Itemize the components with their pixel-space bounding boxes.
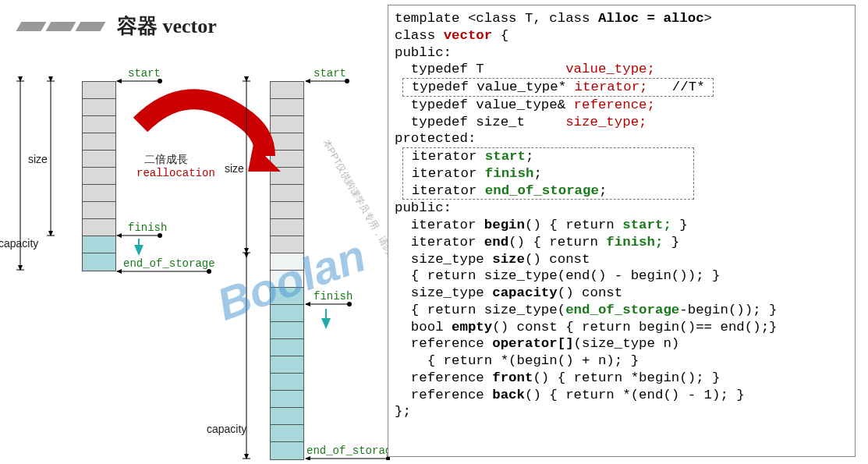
vec-cell xyxy=(271,116,303,133)
vec-cell xyxy=(271,356,303,374)
code-text: finish xyxy=(485,166,534,181)
vec-cell xyxy=(271,253,303,271)
code-text: iterator xyxy=(395,218,484,232)
vec-cell xyxy=(271,185,303,202)
vec-cell xyxy=(83,168,115,185)
vec-cell xyxy=(271,322,303,339)
code-text: ; xyxy=(526,149,533,164)
vec-cell xyxy=(83,133,115,151)
code-text: public: xyxy=(395,200,452,215)
code-text: capacity xyxy=(492,285,558,300)
code-text: (size_type n) xyxy=(574,336,680,351)
code-text: () { return xyxy=(525,218,622,232)
capacity-label: capacity xyxy=(0,237,38,250)
protected-members-box: iterator start; iterator finish; iterato… xyxy=(402,147,693,200)
code-text: { xyxy=(492,28,508,43)
vec-cell xyxy=(271,202,303,219)
code-text: start; xyxy=(622,218,671,232)
code-text: start xyxy=(485,149,526,164)
code-text: () const { return begin()== end();} xyxy=(492,320,777,335)
code-text: () const xyxy=(558,285,623,300)
vec-cell xyxy=(83,99,115,116)
vec-cell xyxy=(271,271,303,288)
code-text: () { return *begin(); } xyxy=(533,370,720,385)
code-text: end xyxy=(484,235,508,250)
code-text: iterator xyxy=(403,166,484,181)
code-text: -begin()); } xyxy=(679,303,777,317)
code-text: template <class T, class xyxy=(395,11,598,26)
vec-cell xyxy=(271,374,303,391)
vec-cell xyxy=(271,391,303,408)
code-text: size_type xyxy=(395,285,492,300)
code-text: }; xyxy=(395,404,411,419)
vec-cell xyxy=(271,425,303,442)
iterator-typedef-box: typedef value_type* iterator; //T* xyxy=(402,78,714,97)
end-of-storage-label: end_of_storage xyxy=(306,445,399,457)
deco-bar-icon xyxy=(76,22,106,31)
code-text: } xyxy=(671,218,688,232)
vec-cell xyxy=(83,219,115,236)
vec-cell xyxy=(83,116,115,133)
vec-cell xyxy=(271,408,303,425)
finish-label: finish xyxy=(128,221,167,234)
code-panel: template <class T, class Alloc = alloc> … xyxy=(388,5,856,457)
vec-cell xyxy=(271,288,303,305)
code-text: size_type; xyxy=(565,115,647,129)
code-text: { return size_type( xyxy=(395,303,565,317)
code-text: begin xyxy=(484,218,525,232)
code-text: end_of_storage xyxy=(565,303,679,317)
code-text: typedef value_type* xyxy=(403,80,574,94)
size-label: size xyxy=(225,162,244,175)
code-text: iterator xyxy=(403,149,484,164)
code-text: typedef size_t xyxy=(395,115,565,129)
code-text: size xyxy=(492,252,525,267)
vec-cell xyxy=(271,168,303,185)
capacity-label: capacity xyxy=(207,423,246,435)
vector-diagram: size capacity start finish end_of_storag… xyxy=(0,39,390,460)
vec-cell xyxy=(271,151,303,168)
vec-cell xyxy=(83,185,115,202)
code-text: reference xyxy=(395,370,492,385)
start-label: start xyxy=(314,67,346,80)
vec-cell xyxy=(271,219,303,236)
vec-cell xyxy=(83,82,115,99)
code-text: Alloc = alloc xyxy=(598,11,704,26)
vec-cell xyxy=(83,236,115,253)
code-text: iterator xyxy=(403,183,484,198)
vec-cell xyxy=(271,133,303,151)
code-text: class xyxy=(395,28,444,43)
code-text: front xyxy=(492,370,533,385)
code-text: () const xyxy=(525,252,590,267)
code-text: reference; xyxy=(574,97,655,112)
vec-cell xyxy=(83,151,115,168)
start-label: start xyxy=(128,67,161,80)
code-text: //T* xyxy=(648,80,714,94)
grow-label-cn: 二倍成長 xyxy=(144,153,188,167)
code-text: reference xyxy=(395,336,492,351)
code-text: public: xyxy=(395,45,452,60)
code-text: () { return xyxy=(508,235,606,250)
vec-cell xyxy=(271,339,303,356)
code-text: size_type xyxy=(395,252,492,267)
size-label: size xyxy=(28,153,48,165)
vec-cell xyxy=(271,236,303,253)
code-text: > xyxy=(704,11,712,26)
code-text: ; xyxy=(533,166,541,181)
code-text: operator[] xyxy=(492,336,573,351)
code-text: reference xyxy=(395,388,492,402)
code-text: } xyxy=(663,235,679,250)
code-text: typedef T xyxy=(395,62,565,76)
vec-cell xyxy=(83,202,115,219)
code-text: value_type; xyxy=(565,62,655,76)
deco-bar-icon xyxy=(46,22,76,31)
code-text: back xyxy=(492,388,525,402)
diagram-overlay xyxy=(0,39,390,460)
vec-cell xyxy=(271,82,303,99)
code-text: bool xyxy=(395,320,452,335)
code-text: () { return *(end() - 1); } xyxy=(525,388,745,402)
code-text: vector xyxy=(444,28,493,43)
code-text: iterator xyxy=(395,235,484,250)
finish-label: finish xyxy=(314,290,353,303)
code-text: finish; xyxy=(606,235,663,250)
title-row: 容器 vector xyxy=(19,12,217,40)
